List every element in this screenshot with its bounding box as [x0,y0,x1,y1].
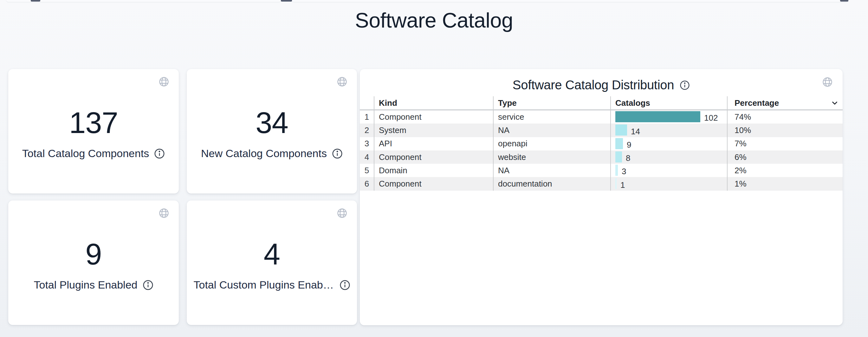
type-cell: NA [493,124,610,137]
type-cell: documentation [493,177,610,190]
kind-cell: Component [374,177,493,190]
catalogs-value: 8 [626,153,630,163]
distribution-card: Software Catalog Distribution Kind Type … [360,69,843,325]
row-index: 6 [360,177,374,190]
table-row: 5 Domain NA 3 2% [360,164,843,177]
catalogs-bar [615,178,617,189]
stat-card-total-custom-plugins-enabled: 4 Total Custom Plugins Enabl… [187,201,357,325]
catalogs-cell: 9 [610,137,727,150]
catalogs-bar [615,165,618,176]
table-row: 2 System NA 14 10% [360,124,843,137]
top-edge-fragment [31,0,40,2]
distribution-table: Kind Type Catalogs Percentage 1 [360,96,843,191]
page-title: Software Catalog [0,8,868,32]
kind-cell: Component [374,150,493,164]
stat-value: 4 [264,239,280,270]
catalogs-cell: 8 [610,150,727,164]
catalogs-bar [615,111,700,122]
stat-label: Total Plugins Enabled [34,279,137,291]
stat-label: Total Custom Plugins Enabl… [193,279,334,291]
top-edge-fragment [281,0,292,2]
info-icon[interactable] [680,80,690,90]
column-header-percentage[interactable]: Percentage [727,96,843,110]
table-row: 1 Component service 102 74% [360,110,843,124]
catalogs-bar [615,151,622,163]
kind-cell: API [374,137,493,150]
stat-label: Total Catalog Components [22,147,149,160]
percentage-cell: 1% [727,177,843,190]
catalogs-cell: 102 [610,110,727,124]
stat-card-new-catalog-components: 34 New Catalog Components [187,69,357,194]
percentage-cell: 74% [727,110,843,124]
row-index: 4 [360,150,374,164]
globe-icon[interactable] [158,207,169,219]
stat-card-total-plugins-enabled: 9 Total Plugins Enabled [8,201,179,325]
percentage-cell: 7% [727,137,843,150]
catalogs-cell: 14 [610,124,727,137]
stat-card-total-catalog-components: 137 Total Catalog Components [8,69,179,194]
row-index: 5 [360,164,374,177]
table-row: 3 API openapi 9 7% [360,137,843,150]
software-catalog-dashboard: Software Catalog 137 Total Catalog Compo… [0,0,868,337]
column-header-catalogs[interactable]: Catalogs [610,96,727,110]
column-header-percentage-label: Percentage [735,98,779,108]
catalogs-value: 102 [704,113,718,123]
percentage-cell: 6% [727,150,843,164]
table-row: 6 Component documentation 1 1% [360,177,843,190]
column-divider [727,96,727,191]
stat-value: 9 [85,239,101,270]
row-index: 3 [360,137,374,150]
column-header-type[interactable]: Type [493,96,610,110]
type-cell: openapi [493,137,610,150]
table-header-row: Kind Type Catalogs Percentage [360,96,843,110]
column-header-kind[interactable]: Kind [374,96,493,110]
top-edge-strip [292,0,848,2]
type-cell: website [493,150,610,164]
stat-label: New Catalog Components [201,147,327,160]
catalogs-value: 14 [631,127,640,136]
chevron-down-icon[interactable] [831,99,839,107]
table-body: 1 Component service 102 74% 2 System NA [360,110,843,191]
type-cell: service [493,110,610,124]
kind-cell: Component [374,110,493,124]
catalogs-value: 1 [620,180,625,190]
column-divider [493,96,494,191]
column-header-index [360,96,374,110]
type-cell: NA [493,164,610,177]
info-icon[interactable] [143,280,153,291]
kind-cell: System [374,124,493,137]
catalogs-value: 9 [627,140,631,150]
distribution-title: Software Catalog Distribution [513,78,674,92]
catalogs-bar [615,138,623,149]
catalogs-value: 3 [622,167,626,176]
catalogs-cell: 3 [610,164,727,177]
info-icon[interactable] [332,148,343,159]
column-divider [610,96,611,191]
kind-cell: Domain [374,164,493,177]
row-index: 2 [360,124,374,137]
top-edge-fragment [840,0,848,2]
top-edge-strip [6,0,281,2]
row-index: 1 [360,110,374,124]
globe-icon[interactable] [158,76,169,88]
catalogs-bar [615,125,627,136]
column-divider [374,96,374,191]
info-icon[interactable] [154,148,165,159]
globe-icon[interactable] [336,207,348,219]
table-row: 4 Component website 8 6% [360,150,843,164]
percentage-cell: 2% [727,164,843,177]
info-icon[interactable] [340,280,350,291]
catalogs-cell: 1 [610,177,727,190]
stat-value: 137 [69,107,118,139]
percentage-cell: 10% [727,124,843,137]
stat-value: 34 [255,107,288,139]
globe-icon[interactable] [336,76,348,88]
